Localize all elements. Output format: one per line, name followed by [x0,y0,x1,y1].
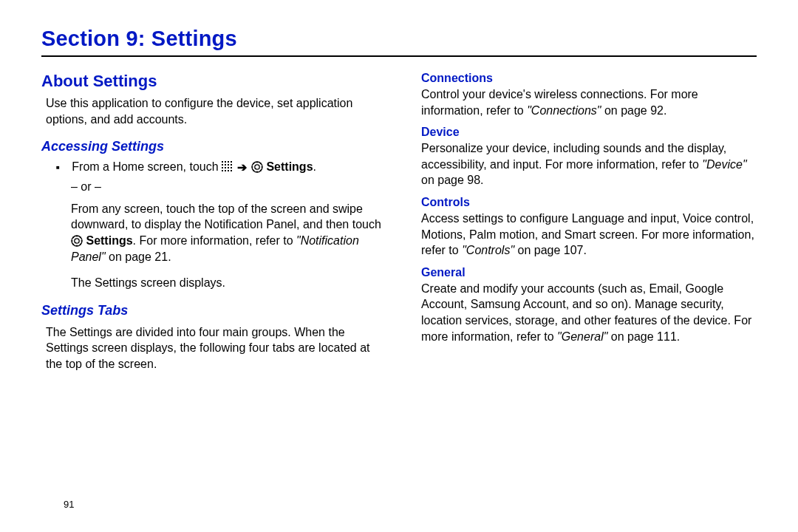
device-body: Personalize your device, including sound… [421,140,757,188]
general-heading: General [421,266,757,279]
svg-rect-6 [228,164,229,166]
controls-heading: Controls [421,196,757,209]
svg-rect-9 [225,167,226,168]
svg-rect-4 [222,164,223,166]
line1-prefix: From a Home screen, touch [72,160,222,173]
svg-rect-14 [228,170,229,171]
settings-label-2: Settings [86,234,132,247]
accessing-settings-heading: Accessing Settings [41,139,381,154]
general-body: Create and modify your accounts (such as… [421,281,757,344]
two-column-layout: About Settings Use this application to c… [41,72,757,380]
right-column: Connections Control your device's wirele… [417,72,757,380]
svg-rect-3 [231,161,232,163]
connections-body-b: on page 92. [601,104,666,117]
svg-rect-15 [231,170,232,171]
arrow-right-icon: ➔ [237,160,247,174]
device-heading: Device [421,126,757,139]
svg-rect-0 [222,161,223,163]
svg-rect-12 [222,170,223,171]
page: Section 9: Settings About Settings Use t… [0,0,798,532]
device-body-b: on page 98. [421,174,484,186]
connections-body: Control your device's wireless connectio… [421,86,757,118]
svg-rect-13 [225,170,226,171]
settings-label-1: Settings [266,160,313,173]
settings-displays: The Settings screen displays. [71,275,381,291]
apps-grid-icon [222,161,232,171]
connections-ref: "Connections" [527,104,601,117]
about-heading: About Settings [41,72,381,91]
para2-b: . For more information, refer to [133,234,296,247]
device-body-a: Personalize your device, including sound… [421,142,726,171]
accessing-para2: From any screen, touch the top of the sc… [71,201,381,265]
svg-rect-7 [231,164,232,166]
settings-tabs-body: The Settings are divided into four main … [46,324,381,372]
section-title: Section 9: Settings [41,27,757,57]
svg-rect-2 [228,161,229,163]
page-number: 91 [64,499,74,510]
svg-rect-1 [225,161,226,163]
controls-ref: "Controls" [462,244,514,256]
about-body: Use this application to configure the de… [46,95,381,127]
para2-a: From any screen, touch the top of the sc… [71,202,381,231]
gear-icon-2 [71,235,83,247]
general-body-b: on page 111. [607,330,680,343]
settings-tabs-heading: Settings Tabs [41,303,381,318]
svg-rect-11 [231,167,232,168]
line1-suffix: . [313,160,316,173]
connections-heading: Connections [421,72,757,85]
svg-point-27 [75,239,79,243]
accessing-line1: From a Home screen, touch ➔ [56,160,381,174]
or-text: – or – [71,179,381,195]
svg-point-17 [255,165,259,169]
left-column: About Settings Use this application to c… [41,72,381,380]
svg-rect-10 [228,167,229,168]
gear-icon [251,161,263,173]
device-ref: "Device" [702,158,746,171]
svg-rect-5 [225,164,226,166]
svg-rect-8 [222,167,223,168]
para2-c: on page 21. [106,250,171,263]
general-ref: "General" [557,330,607,343]
controls-body-b: on page 107. [514,244,587,256]
accessing-list: From a Home screen, touch ➔ [56,160,381,174]
controls-body: Access settings to configure Language an… [421,211,757,259]
